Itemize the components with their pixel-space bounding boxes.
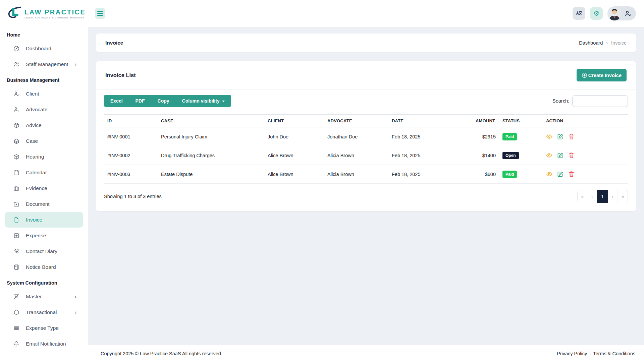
cell-case: Estate Dispute xyxy=(158,165,264,184)
pagination: « ‹ 1 › » xyxy=(577,190,628,203)
export-excel-button[interactable]: Excel xyxy=(104,95,129,107)
status-badge: Open xyxy=(502,152,519,159)
sidebar-item-hearing[interactable]: Hearing xyxy=(5,149,83,165)
brand-logo[interactable]: LAW PRACTICE LEGAL ADVOCATE & COUNSEL MA… xyxy=(0,0,88,27)
gear-icon: ⚙ xyxy=(593,9,599,17)
export-pdf-button[interactable]: PDF xyxy=(129,95,151,107)
sidebar-toggle-button[interactable] xyxy=(95,8,105,19)
hamburger-icon xyxy=(97,11,103,12)
breadcrumb: Dashboard › Invoice xyxy=(579,40,627,46)
card-title: Invoice List xyxy=(105,72,136,78)
cell-date: Feb 18, 2025 xyxy=(388,165,472,184)
sidebar-item-notice-board[interactable]: Notice Board xyxy=(5,259,83,275)
sidebar-item-expense-type[interactable]: Expense Type xyxy=(5,320,83,336)
delete-trash-icon[interactable] xyxy=(568,171,575,177)
brand-tagline: LEGAL ADVOCATE & COUNSEL MANAGER xyxy=(24,16,86,19)
cube-icon xyxy=(13,154,19,160)
pagination-page-1-button[interactable]: 1 xyxy=(597,190,608,203)
bell-icon xyxy=(13,341,19,347)
avatar xyxy=(607,6,622,20)
cell-amount: $1400 xyxy=(472,146,499,165)
breadcrumb-bar: Invoice Dashboard › Invoice xyxy=(96,34,636,52)
sidebar-item-client[interactable]: Client xyxy=(5,86,83,102)
cell-amount: $2915 xyxy=(472,127,499,146)
sidebar-item-advice[interactable]: Advice xyxy=(5,117,83,133)
briefcase-icon xyxy=(13,185,19,191)
export-copy-button[interactable]: Copy xyxy=(151,95,176,107)
sidebar-item-master[interactable]: Master › xyxy=(5,289,83,304)
sidebar-item-transactional[interactable]: Transactional › xyxy=(5,304,83,320)
breadcrumb-dashboard[interactable]: Dashboard xyxy=(579,40,603,46)
calendar-icon xyxy=(13,170,19,176)
chevron-right-icon: › xyxy=(74,61,76,67)
sidebar-item-expense[interactable]: Expense xyxy=(5,228,83,243)
hexagon-icon xyxy=(13,309,19,315)
pagination-next-button[interactable]: › xyxy=(608,190,618,203)
status-badge: Paid xyxy=(502,171,517,178)
cell-case: Drug Trafficking Charges xyxy=(158,146,264,165)
edit-pencil-icon[interactable] xyxy=(557,171,564,177)
sidebar-item-contact-diary[interactable]: Contact Diary xyxy=(5,243,83,259)
main-area: ⚙ xyxy=(88,0,644,362)
terms-conditions-link[interactable]: Terms & Conditions xyxy=(593,351,635,356)
col-header-status[interactable]: STATUS xyxy=(499,115,543,127)
col-header-amount[interactable]: AMOUNT xyxy=(472,115,499,127)
sidebar: LAW PRACTICE LEGAL ADVOCATE & COUNSEL MA… xyxy=(0,0,88,362)
translate-icon xyxy=(576,10,582,17)
view-eye-icon[interactable] xyxy=(546,133,552,140)
app-root: LAW PRACTICE LEGAL ADVOCATE & COUNSEL MA… xyxy=(0,0,644,362)
sidebar-item-advocate[interactable]: Advocate xyxy=(5,102,83,117)
cell-advocate: Alicia Brown xyxy=(324,165,388,184)
col-header-id[interactable]: ID xyxy=(104,115,158,127)
sidebar-item-staff-management[interactable]: Staff Management › xyxy=(5,56,83,72)
table-row: #INV-0003 Estate Dispute Alice Brown Ali… xyxy=(104,165,628,184)
view-eye-icon[interactable] xyxy=(546,152,552,159)
pagination-first-button[interactable]: « xyxy=(578,190,587,203)
plus-circle-icon xyxy=(582,72,587,78)
cell-id: #INV-0001 xyxy=(104,127,158,146)
breadcrumb-separator-icon: › xyxy=(606,40,608,46)
table-row: #INV-0002 Drug Trafficking Charges Alice… xyxy=(104,146,628,165)
profile-menu[interactable] xyxy=(607,6,636,20)
create-invoice-button[interactable]: Create Invoice xyxy=(577,69,627,81)
logo-mark-icon xyxy=(7,6,22,21)
col-header-case[interactable]: CASE xyxy=(158,115,264,127)
cell-advocate: Alicia Brown xyxy=(324,146,388,165)
flag-icon xyxy=(13,294,19,300)
sidebar-item-document[interactable]: Document xyxy=(5,196,83,212)
phone-icon xyxy=(13,248,19,254)
speedometer-icon xyxy=(13,46,19,52)
person-check-icon xyxy=(13,91,19,97)
sidebar-item-case[interactable]: Case xyxy=(5,133,83,149)
box-icon xyxy=(13,122,19,128)
col-header-advocate[interactable]: ADVOCATE xyxy=(324,115,388,127)
delete-trash-icon[interactable] xyxy=(568,152,575,159)
sidebar-item-calendar[interactable]: Calendar xyxy=(5,165,83,180)
search-input[interactable] xyxy=(572,95,628,107)
brand-name: LAW PRACTICE xyxy=(24,8,86,16)
pagination-prev-button[interactable]: ‹ xyxy=(587,190,597,203)
sidebar-item-invoice[interactable]: Invoice xyxy=(5,212,83,228)
edit-pencil-icon[interactable] xyxy=(557,152,564,159)
invoice-table: ID CASE CLIENT ADVOCATE DATE AMOUNT STAT… xyxy=(104,114,628,184)
section-system-configuration: System Configuration xyxy=(0,275,88,289)
cell-case: Personal Injury Claim xyxy=(158,127,264,146)
view-eye-icon[interactable] xyxy=(546,171,552,177)
caret-down-icon xyxy=(222,101,225,102)
settings-button[interactable]: ⚙ xyxy=(590,7,603,20)
edit-pencil-icon[interactable] xyxy=(557,133,564,140)
sidebar-item-email-notification[interactable]: Email Notification xyxy=(5,336,83,352)
language-button[interactable] xyxy=(573,7,585,20)
sidebar-item-dashboard[interactable]: Dashboard xyxy=(5,41,83,56)
delete-trash-icon[interactable] xyxy=(568,133,575,140)
cell-date: Feb 18, 2025 xyxy=(388,146,472,165)
sidebar-item-evidence[interactable]: Evidence xyxy=(5,180,83,196)
column-visibility-button[interactable]: Column visibility xyxy=(176,95,231,107)
export-button-group: Excel PDF Copy Column visibility xyxy=(104,95,231,107)
pagination-last-button[interactable]: » xyxy=(618,190,628,203)
col-header-date[interactable]: DATE xyxy=(388,115,472,127)
cell-date: Feb 18, 2025 xyxy=(388,127,472,146)
col-header-client[interactable]: CLIENT xyxy=(264,115,324,127)
privacy-policy-link[interactable]: Privacy Policy xyxy=(557,351,587,356)
section-home: Home xyxy=(0,27,88,41)
